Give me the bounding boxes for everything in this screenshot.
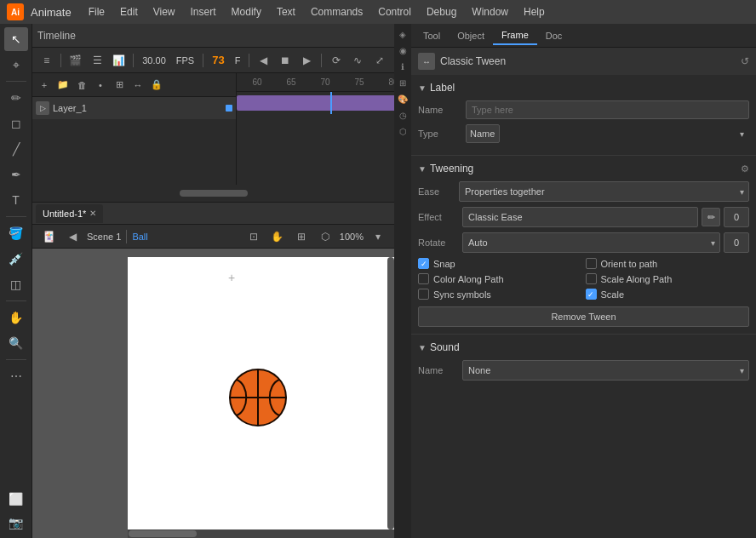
waveform-btn[interactable]: ∿ — [349, 51, 367, 70]
timeline-frames[interactable]: 60 65 70 75 80 85 90 95 — [237, 73, 394, 185]
delete-layer-btn[interactable]: 🗑 — [73, 77, 90, 94]
guide-btn[interactable]: ⊞ — [111, 77, 128, 94]
stage-tab-untitled[interactable]: Untitled-1* ✕ — [36, 204, 103, 223]
label-type-select[interactable]: Name — [466, 124, 500, 143]
menu-help[interactable]: Help — [517, 4, 552, 20]
color-along-checkbox[interactable] — [418, 273, 429, 284]
tab-close-btn[interactable]: ✕ — [89, 209, 96, 218]
rotate-select[interactable]: Auto — [462, 232, 720, 253]
menu-debug[interactable]: Debug — [420, 4, 463, 20]
nav-grid-btn[interactable]: ⊞ — [292, 227, 311, 246]
play-stop[interactable]: ⏹ — [277, 51, 295, 70]
nav-scene[interactable]: Scene 1 — [87, 232, 121, 242]
layers-btn[interactable]: ≡ — [37, 51, 55, 70]
refresh-icon[interactable]: ↺ — [741, 55, 749, 67]
paint-bucket[interactable]: 🪣 — [4, 221, 28, 245]
loop-btn[interactable]: ⟳ — [327, 51, 345, 70]
expand-timeline[interactable]: ⤢ — [370, 51, 389, 70]
transform-tool[interactable]: ⌖ — [4, 53, 28, 77]
menu-control[interactable]: Control — [371, 4, 418, 20]
tweening-title: Tweening — [430, 163, 473, 175]
menu-file[interactable]: File — [82, 4, 112, 20]
tweening-toggle[interactable]: ▼ — [418, 164, 427, 174]
more-tools[interactable]: ⋯ — [4, 364, 28, 388]
stage-btn[interactable]: ⬜ — [4, 487, 28, 511]
sync-checkbox[interactable] — [418, 289, 429, 300]
sound-name-select[interactable]: None — [462, 360, 749, 381]
add-layer[interactable]: ☰ — [89, 51, 106, 70]
motion-btn[interactable]: ↔ — [129, 77, 146, 94]
frame-track[interactable] — [237, 92, 394, 114]
nav-align-btn[interactable]: ⊡ — [244, 227, 263, 246]
tweening-gear-icon[interactable]: ⚙ — [741, 163, 749, 175]
shape-tool[interactable]: ◻ — [4, 112, 28, 135]
menu-commands[interactable]: Commands — [304, 4, 369, 20]
pen-tool[interactable]: ✏ — [4, 86, 28, 110]
sound-toggle[interactable]: ▼ — [418, 343, 427, 352]
nav-transform-btn[interactable]: ✋ — [268, 227, 287, 246]
select-tool[interactable]: ↖ — [4, 27, 28, 51]
prev-keyframe[interactable]: ◀ — [255, 51, 272, 70]
pencil-tool[interactable]: ✒ — [4, 163, 28, 186]
stage-canvas[interactable]: + — [32, 249, 394, 538]
menu-edit[interactable]: Edit — [113, 4, 145, 20]
snap-checkbox[interactable] — [418, 258, 429, 269]
menu-modify[interactable]: Modify — [225, 4, 268, 20]
tab-frame[interactable]: Frame — [493, 26, 537, 45]
nav-clip-btn[interactable]: ⬡ — [316, 227, 335, 246]
canvas-add-btn[interactable]: + — [228, 271, 235, 284]
eyedropper[interactable]: 💉 — [4, 247, 28, 271]
label-toggle[interactable]: ▼ — [418, 83, 427, 93]
menu-window[interactable]: Window — [465, 4, 515, 20]
menu-text[interactable]: Text — [270, 4, 302, 20]
app-logo: Ai — [7, 3, 24, 20]
add-folder-btn[interactable]: 📁 — [54, 77, 72, 94]
remove-tween-btn[interactable]: Remove Tween — [418, 306, 749, 327]
rp-icon-3[interactable]: ℹ — [396, 60, 410, 73]
menu-insert[interactable]: Insert — [184, 4, 223, 20]
tab-doc[interactable]: Doc — [537, 27, 571, 44]
rp-icon-6[interactable]: ◷ — [396, 108, 410, 122]
tab-name: Untitled-1* — [43, 209, 86, 219]
cam-btn[interactable]: 📷 — [4, 511, 28, 535]
add-layer-btn[interactable]: + — [36, 77, 53, 94]
menu-view[interactable]: View — [146, 4, 182, 20]
next-keyframe[interactable]: ▶ — [298, 51, 316, 70]
nav-symbol[interactable]: Ball — [132, 232, 147, 242]
playhead[interactable] — [330, 92, 332, 114]
timeline-hscrollbar[interactable] — [180, 190, 248, 197]
add-keyframe[interactable]: 🎬 — [66, 51, 84, 70]
scale-checkbox[interactable] — [586, 289, 597, 300]
nav-back-btn[interactable]: 🃏 — [39, 227, 58, 246]
horizontal-scrollbar[interactable] — [128, 529, 394, 538]
rp-icon-4[interactable]: ⊞ — [396, 76, 410, 89]
zoom-tool[interactable]: 🔍 — [4, 331, 28, 355]
zoom-dropdown-btn[interactable]: ▾ — [369, 227, 387, 246]
tl-separator-1 — [60, 54, 61, 67]
main-layout: ↖ ⌖ ✏ ◻ ╱ ✒ T 🪣 💉 ◫ ✋ 🔍 ⋯ ⬜ 📷 Timeline ≡ — [0, 24, 756, 538]
hand-tool[interactable]: ✋ — [4, 306, 28, 329]
prop-tabs: Tool Object Frame Doc — [411, 24, 756, 48]
tl-chart[interactable]: 📊 — [110, 51, 128, 70]
tab-tool[interactable]: Tool — [415, 27, 449, 44]
scale-along-checkbox[interactable] — [586, 273, 597, 284]
zoom-level[interactable]: 100% — [340, 232, 364, 242]
vertical-scrollbar[interactable] — [387, 257, 394, 529]
rp-icon-5[interactable]: 🎨 — [396, 92, 410, 106]
label-name-input[interactable] — [466, 100, 749, 119]
rp-icon-2[interactable]: ◉ — [396, 43, 410, 57]
eraser-tool[interactable]: ◫ — [4, 272, 28, 296]
nav-arrow-btn[interactable]: ◀ — [63, 227, 82, 246]
rp-icon-7[interactable]: ⬡ — [396, 124, 410, 138]
text-tool[interactable]: T — [4, 188, 28, 212]
layer-options[interactable]: • — [92, 77, 109, 94]
orient-checkbox[interactable] — [586, 258, 597, 269]
toolbar-separator-4 — [6, 359, 26, 360]
effect-edit-btn[interactable]: ✏ — [702, 208, 720, 226]
lock-btn[interactable]: 🔒 — [148, 77, 165, 94]
hscrollbar-thumb[interactable] — [129, 530, 197, 537]
rp-icon-1[interactable]: ◈ — [396, 27, 410, 41]
ease-select[interactable]: Properties together — [459, 181, 749, 202]
tab-object[interactable]: Object — [449, 27, 493, 44]
line-tool[interactable]: ╱ — [4, 137, 28, 161]
